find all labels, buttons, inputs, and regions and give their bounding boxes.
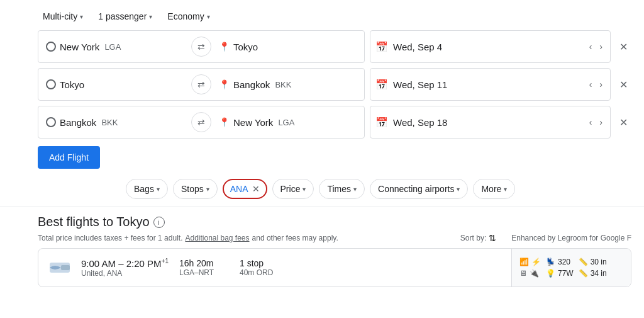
date-next-3[interactable]: › [597, 115, 605, 130]
trip-type-dropdown[interactable]: Multi-city ▾ [38, 8, 88, 25]
airline-logo [48, 256, 71, 279]
passengers-dropdown[interactable]: 1 passenger ▾ [93, 8, 157, 25]
flight-superscript: +1 [162, 258, 169, 264]
legroom-icon-2: 📏 [579, 269, 588, 278]
wifi-icon: 📶 [519, 258, 529, 266]
flight-row-1: New York LGA ⇄ 📍 Tokyo 📅 Wed, Sep 4 ‹ › … [38, 30, 631, 63]
destination-pin-icon-2: 📍 [219, 79, 230, 89]
times-filter[interactable]: Times ▾ [319, 179, 365, 199]
flight-2-date[interactable]: 📅 Wed, Sep 11 ‹ › [370, 68, 611, 101]
flight-airline-name: United, ANA [81, 269, 169, 278]
more-filter[interactable]: More ▾ [473, 179, 515, 199]
additional-fees-link[interactable]: Additional bag fees [185, 234, 249, 242]
swap-button-1[interactable]: ⇄ [191, 37, 211, 57]
seat-count-amenity: 💺 320 [546, 258, 574, 266]
power-count-icon: 💡 [546, 269, 555, 278]
sort-icon[interactable]: ⇅ [489, 233, 496, 243]
price-chevron-icon: ▾ [303, 186, 306, 193]
svg-rect-1 [61, 265, 70, 270]
legroom-2-value: 34 in [591, 269, 607, 278]
power-icon: ⚡ [531, 258, 541, 266]
add-flight-button[interactable]: Add Flight [38, 146, 100, 169]
flight-duration-text: 16h 20m [179, 258, 230, 268]
enhanced-label: Enhanced by Legroom for Google F [511, 234, 631, 242]
flight-2-origin[interactable]: Tokyo [38, 69, 191, 100]
bags-filter[interactable]: Bags ▾ [126, 179, 168, 199]
calendar-icon-1: 📅 [375, 41, 388, 53]
flight-2-date-text: Wed, Sep 11 [393, 79, 582, 90]
info-icon[interactable]: i [153, 217, 165, 228]
amenities-panel: 📶 ⚡ 🖥 🔌 💺 320 💡 77W [511, 249, 631, 287]
results-subtitle: Total price includes taxes + fees for 1 … [38, 233, 631, 243]
connecting-airports-label: Connecting airports [378, 184, 454, 194]
remove-flight-1[interactable]: ✕ [616, 38, 631, 55]
date-nav-arrows-3: ‹ › [587, 115, 605, 130]
flight-duration-info: 16h 20m LGA–NRT [179, 258, 230, 277]
legroom-1-amenity: 📏 30 in [579, 258, 607, 266]
flight-3-destination[interactable]: 📍 New York LGA [211, 106, 364, 138]
origin-circle-icon-1 [46, 42, 56, 52]
connecting-airports-filter[interactable]: Connecting airports ▾ [370, 179, 468, 199]
flight-time-text: 9:00 AM – 2:20 PM [81, 258, 162, 269]
legroom-1-value: 30 in [591, 258, 607, 266]
times-filter-label: Times [327, 184, 351, 194]
passengers-label: 1 passenger [98, 11, 147, 21]
stops-chevron-icon: ▾ [206, 186, 209, 193]
trip-type-chevron: ▾ [80, 13, 83, 20]
flight-result-row[interactable]: 9:00 AM – 2:20 PM+1 United, ANA 16h 20m … [38, 248, 631, 287]
flight-2-dest-city: Bangkok [233, 79, 270, 90]
flight-3-origin[interactable]: Bangkok BKK [38, 106, 191, 138]
flight-1-date-text: Wed, Sep 4 [393, 42, 582, 52]
ana-filter[interactable]: ANA ✕ [223, 179, 267, 199]
flight-1-date[interactable]: 📅 Wed, Sep 4 ‹ › [370, 30, 611, 63]
swap-button-3[interactable]: ⇄ [191, 112, 211, 132]
results-title-row: Best flights to Tokyo i [38, 215, 631, 229]
times-chevron-icon: ▾ [353, 186, 357, 193]
bags-chevron-icon: ▾ [157, 186, 160, 193]
date-nav-arrows-1: ‹ › [587, 39, 605, 54]
flight-layover-text: 40m ORD [240, 268, 290, 277]
flight-1-origin[interactable]: New York LGA [38, 31, 191, 62]
date-next-2[interactable]: › [597, 77, 605, 92]
ana-remove-icon[interactable]: ✕ [252, 184, 260, 194]
origin-circle-icon-3 [46, 117, 56, 127]
cabin-chevron: ▾ [207, 13, 210, 20]
flight-1-destination[interactable]: 📍 Tokyo [211, 31, 364, 62]
power-count: 77W [558, 269, 574, 278]
calendar-icon-2: 📅 [375, 79, 388, 91]
destination-pin-icon-3: 📍 [219, 117, 230, 127]
swap-button-2[interactable]: ⇄ [191, 74, 211, 94]
flight-3-dest-code: LGA [278, 118, 294, 127]
flight-3-date[interactable]: 📅 Wed, Sep 18 ‹ › [370, 106, 611, 139]
sort-by-label: Sort by: [460, 234, 486, 242]
flight-3-origin-city: Bangkok [60, 117, 96, 128]
price-filter[interactable]: Price ▾ [272, 179, 314, 199]
flight-3-dest-city: New York [233, 117, 273, 128]
date-next-1[interactable]: › [597, 39, 605, 54]
amenities-col-2: 💺 320 💡 77W [546, 258, 574, 278]
flight-1-dest-city: Tokyo [233, 42, 258, 52]
amenities-col-1: 📶 ⚡ 🖥 🔌 [519, 258, 541, 278]
cabin-dropdown[interactable]: Economy ▾ [162, 8, 214, 25]
date-prev-3[interactable]: ‹ [587, 115, 595, 130]
remove-flight-2[interactable]: ✕ [616, 76, 631, 93]
screen-amenity: 🖥 🔌 [519, 269, 541, 278]
remove-flight-3[interactable]: ✕ [616, 114, 631, 131]
results-title: Best flights to Tokyo [38, 215, 150, 229]
flight-stops-text: 1 stop [240, 258, 290, 268]
cabin-label: Economy [167, 11, 204, 21]
stops-filter[interactable]: Stops ▾ [173, 179, 218, 199]
subtitle-price-text: Total price includes taxes + fees for 1 … [38, 234, 182, 242]
flight-1-origin-city: New York [60, 42, 99, 52]
plug-icon: 🔌 [530, 269, 539, 278]
legroom-2-amenity: 📏 34 in [579, 269, 607, 278]
flight-2-destination[interactable]: 📍 Bangkok BKK [211, 69, 364, 100]
price-filter-label: Price [280, 184, 301, 194]
date-prev-2[interactable]: ‹ [587, 77, 595, 92]
flight-1-input-group: New York LGA ⇄ 📍 Tokyo [38, 30, 365, 63]
power-count-amenity: 💡 77W [546, 269, 574, 278]
more-chevron-icon: ▾ [504, 186, 507, 193]
date-prev-1[interactable]: ‹ [587, 39, 595, 54]
trip-type-label: Multi-city [43, 11, 77, 21]
date-nav-arrows-2: ‹ › [587, 77, 605, 92]
